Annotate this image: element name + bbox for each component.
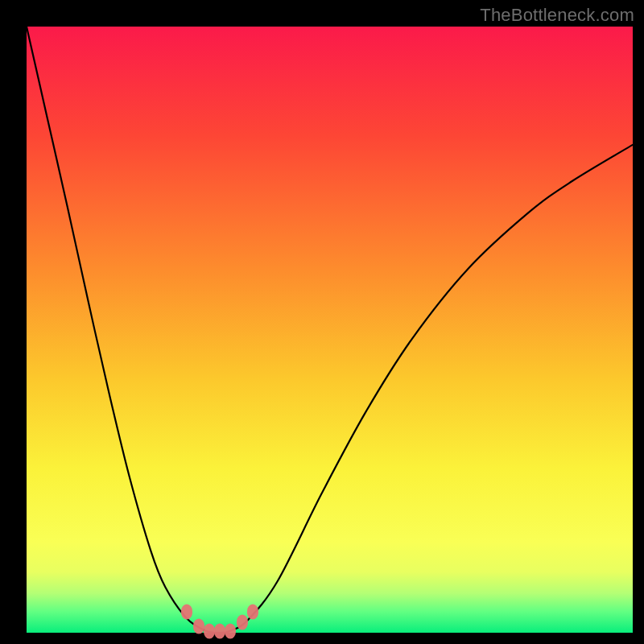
curve-layer bbox=[27, 27, 633, 633]
data-point-marker bbox=[204, 623, 215, 638]
plot-area bbox=[27, 27, 633, 633]
data-point-marker bbox=[225, 623, 236, 638]
watermark-label: TheBottleneck.com bbox=[480, 5, 634, 26]
chart-frame: TheBottleneck.com bbox=[0, 0, 644, 644]
data-point-marker bbox=[181, 604, 192, 619]
curve-right-branch bbox=[220, 145, 633, 633]
data-point-marker bbox=[247, 604, 258, 619]
curve-left-branch bbox=[27, 27, 220, 633]
data-point-marker bbox=[237, 615, 248, 630]
